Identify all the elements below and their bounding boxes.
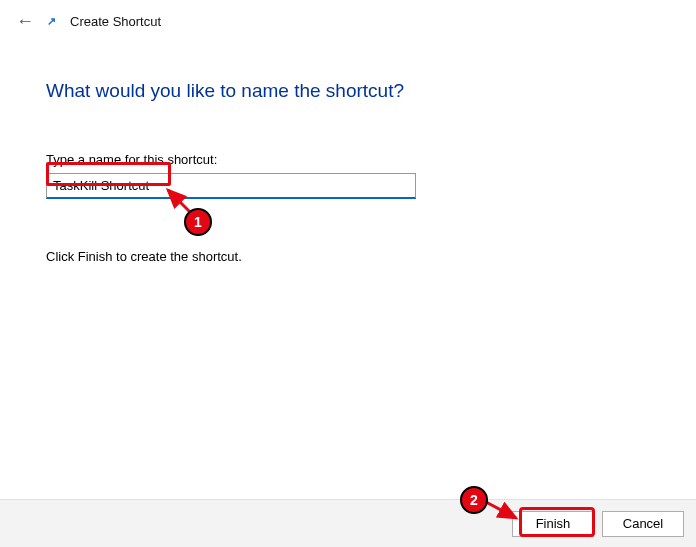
- page-heading: What would you like to name the shortcut…: [46, 80, 650, 102]
- back-arrow-icon[interactable]: ←: [16, 12, 34, 30]
- window-title: Create Shortcut: [70, 14, 161, 29]
- wizard-content: What would you like to name the shortcut…: [0, 36, 696, 264]
- wizard-footer: Finish Cancel: [0, 499, 696, 547]
- shortcut-arrow-icon: ↗: [44, 14, 58, 28]
- helper-text: Click Finish to create the shortcut.: [46, 249, 650, 264]
- shortcut-name-label: Type a name for this shortcut:: [46, 152, 650, 167]
- finish-button[interactable]: Finish: [512, 511, 594, 537]
- cancel-button[interactable]: Cancel: [602, 511, 684, 537]
- shortcut-name-input[interactable]: [47, 175, 415, 196]
- titlebar: ← ↗ Create Shortcut: [0, 0, 696, 36]
- shortcut-name-input-wrap: [46, 173, 416, 199]
